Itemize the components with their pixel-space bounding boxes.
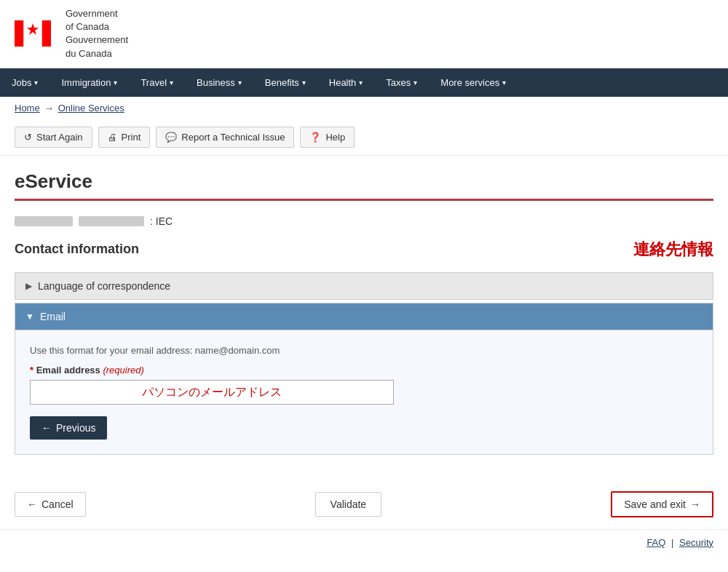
breadcrumb: Home → Online Services <box>0 97 728 119</box>
nav-taxes[interactable]: Taxes ▾ <box>374 68 429 97</box>
report-technical-issue-button[interactable]: 💬 Report a Technical Issue <box>156 127 294 148</box>
header: Government of Canada Gouvernement du Can… <box>0 0 728 68</box>
arrow-left-icon: ← <box>27 498 37 510</box>
nav-travel[interactable]: Travel ▾ <box>129 68 185 97</box>
nav-immigration[interactable]: Immigration ▾ <box>50 68 129 97</box>
chevron-down-icon: ▾ <box>238 79 242 87</box>
redacted-block-1 <box>15 216 73 226</box>
chat-icon: 💬 <box>165 132 177 143</box>
language-accordion-header[interactable]: ▶ Language of correspondence <box>15 273 713 299</box>
chevron-down-icon: ▾ <box>502 79 506 87</box>
svg-rect-1 <box>42 20 52 47</box>
main-content: eService : IEC Contact information 連絡先情報… <box>0 156 728 472</box>
japanese-contact-label: 連絡先情報 <box>633 239 713 261</box>
email-accordion: ▼ Email Use this format for your email a… <box>15 303 713 455</box>
breadcrumb-online-services[interactable]: Online Services <box>58 103 124 114</box>
email-input-wrapper: パソコンのメールアドレス <box>30 380 394 405</box>
nav-more-services[interactable]: More services ▾ <box>429 68 518 97</box>
email-accordion-header[interactable]: ▼ Email <box>15 303 713 330</box>
language-accordion: ▶ Language of correspondence <box>15 272 713 300</box>
email-input[interactable] <box>30 380 394 405</box>
footer-security-link[interactable]: Security <box>679 537 713 548</box>
contact-info-title: Contact information <box>15 242 139 257</box>
toolbar: ↺ Start Again 🖨 Print 💬 Report a Technic… <box>0 119 728 156</box>
email-field-label: * Email address (required) <box>30 365 698 376</box>
refresh-icon: ↺ <box>24 132 32 143</box>
footer-separator: | <box>671 537 673 548</box>
redacted-block-2 <box>79 216 144 226</box>
iec-label: : IEC <box>150 215 173 227</box>
required-asterisk: * <box>30 365 36 376</box>
arrow-left-icon: ← <box>41 422 52 434</box>
validate-button[interactable]: Validate <box>315 492 382 517</box>
breadcrumb-home[interactable]: Home <box>15 103 40 114</box>
section-header-row: Contact information 連絡先情報 <box>15 239 713 261</box>
nav-jobs[interactable]: Jobs ▾ <box>0 68 50 97</box>
print-button[interactable]: 🖨 Print <box>98 127 151 148</box>
bottom-action-bar: ← Cancel Validate Save and exit → <box>0 480 728 529</box>
chevron-down-icon: ▾ <box>302 79 306 87</box>
previous-button[interactable]: ← Previous <box>30 416 107 440</box>
print-icon: 🖨 <box>108 132 117 143</box>
expand-icon: ▶ <box>25 281 32 291</box>
save-and-exit-button[interactable]: Save and exit → <box>611 491 713 517</box>
chevron-down-icon: ▾ <box>114 79 117 87</box>
required-text: (required) <box>103 365 143 376</box>
government-name: Government of Canada Gouvernement du Can… <box>66 7 128 60</box>
footer-faq-link[interactable]: FAQ <box>646 537 665 548</box>
start-again-button[interactable]: ↺ Start Again <box>15 127 92 148</box>
chevron-down-icon: ▾ <box>414 79 417 87</box>
collapse-icon: ▼ <box>25 311 34 322</box>
help-button[interactable]: ❓ Help <box>300 127 355 148</box>
email-accordion-body: Use this format for your email address: … <box>15 330 713 454</box>
canada-flag <box>15 20 51 47</box>
chevron-down-icon: ▾ <box>359 79 363 87</box>
email-format-note: Use this format for your email address: … <box>30 345 698 356</box>
redacted-name-line: : IEC <box>15 215 713 227</box>
nav-benefits[interactable]: Benefits ▾ <box>253 68 317 97</box>
cancel-button[interactable]: ← Cancel <box>15 492 86 517</box>
breadcrumb-separator: → <box>44 103 54 114</box>
chevron-down-icon: ▾ <box>170 79 173 87</box>
svg-rect-0 <box>15 20 24 47</box>
footer: FAQ | Security <box>0 529 728 555</box>
chevron-down-icon: ▾ <box>34 79 38 87</box>
main-nav: Jobs ▾ Immigration ▾ Travel ▾ Business ▾… <box>0 68 728 97</box>
help-icon: ❓ <box>309 132 321 143</box>
page-title: eService <box>15 170 713 201</box>
nav-health[interactable]: Health ▾ <box>317 68 375 97</box>
nav-business[interactable]: Business ▾ <box>185 68 253 97</box>
arrow-right-icon: → <box>690 498 700 510</box>
